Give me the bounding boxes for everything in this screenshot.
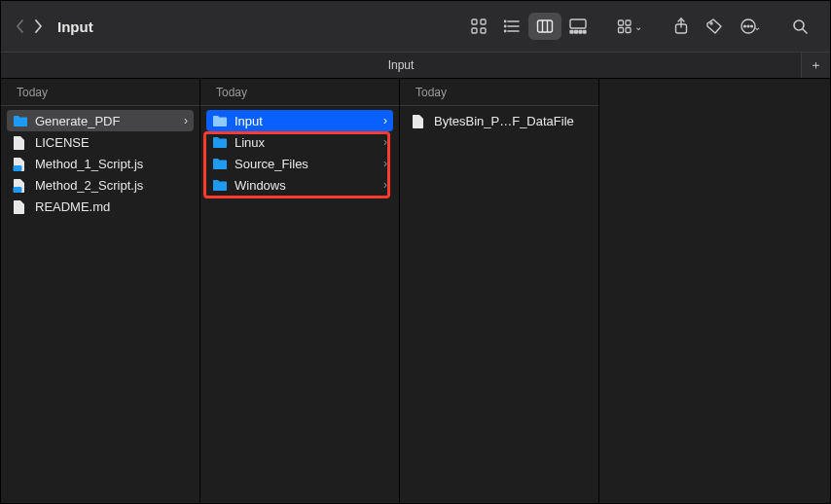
column-1: Today Generate_PDF › LICENSE Method_1_Sc…: [1, 79, 200, 504]
svg-rect-20: [619, 28, 624, 33]
view-gallery-button[interactable]: [561, 13, 595, 40]
list-item[interactable]: Input ›: [206, 110, 393, 131]
add-tab-button[interactable]: ＋: [801, 53, 830, 78]
svg-rect-1: [481, 19, 486, 24]
chevron-right-icon: ›: [184, 114, 188, 127]
item-label: README.md: [35, 199, 188, 214]
js-file-icon: [13, 178, 28, 192]
list-item[interactable]: LICENSE: [7, 131, 194, 153]
item-label: Generate_PDF: [35, 114, 177, 128]
search-button[interactable]: [783, 13, 816, 40]
column-header[interactable]: Today: [1, 79, 199, 106]
item-label: Method_1_Script.js: [35, 157, 188, 171]
svg-rect-15: [575, 31, 578, 34]
list-item[interactable]: Generate_PDF ›: [7, 110, 194, 131]
column-browser: Today Generate_PDF › LICENSE Method_1_Sc…: [1, 79, 830, 504]
action-menu-button[interactable]: ⌄: [731, 13, 770, 40]
svg-rect-30: [14, 165, 22, 171]
svg-rect-16: [579, 31, 582, 34]
file-icon: [13, 135, 28, 149]
svg-rect-19: [626, 20, 631, 25]
svg-rect-18: [619, 20, 624, 25]
item-label: Input: [235, 114, 377, 128]
file-icon: [13, 199, 28, 213]
view-icons-button[interactable]: [462, 13, 495, 40]
chevron-right-icon: ›: [383, 178, 387, 192]
list-item[interactable]: Windows ›: [206, 174, 393, 196]
list-item[interactable]: Linux ›: [206, 131, 393, 153]
column-3: Today BytesBin_P…F_DataFile: [400, 79, 599, 504]
list-item[interactable]: README.md: [7, 196, 194, 217]
chevron-right-icon: ›: [383, 157, 387, 170]
chevron-down-icon: ⌄: [753, 21, 761, 32]
item-label: Method_2_Script.js: [35, 178, 188, 193]
tab-bar: Input ＋: [1, 52, 830, 79]
tags-button[interactable]: [698, 13, 731, 40]
toolbar: Input ⌄ ⌄: [1, 1, 830, 52]
chevron-right-icon: ›: [383, 114, 387, 127]
folder-icon: [212, 178, 228, 192]
item-label: LICENSE: [35, 135, 188, 150]
window-title: Input: [57, 18, 93, 35]
svg-rect-21: [626, 28, 631, 33]
column-4: [599, 79, 830, 504]
column-header[interactable]: Today: [400, 79, 598, 106]
folder-icon: [212, 114, 228, 127]
svg-point-9: [505, 30, 506, 31]
chevron-right-icon: ›: [383, 135, 387, 149]
svg-line-29: [803, 29, 807, 33]
list-item[interactable]: Source_Files ›: [206, 153, 393, 174]
share-button[interactable]: [665, 13, 698, 40]
group-menu-button[interactable]: ⌄: [608, 13, 651, 40]
nav-forward-button[interactable]: [32, 18, 44, 34]
tab-input[interactable]: Input: [1, 53, 801, 78]
svg-point-25: [744, 25, 746, 27]
svg-rect-10: [538, 20, 553, 32]
folder-icon: [212, 157, 228, 170]
item-label: Windows: [235, 178, 377, 193]
view-list-button[interactable]: [495, 13, 528, 40]
svg-rect-13: [570, 19, 586, 28]
column-header[interactable]: Today: [200, 79, 399, 106]
tab-label: Input: [388, 58, 415, 72]
item-label: Linux: [235, 135, 377, 150]
chevron-down-icon: ⌄: [634, 21, 642, 32]
svg-rect-3: [481, 28, 486, 33]
folder-icon: [212, 135, 228, 149]
item-label: BytesBin_P…F_DataFile: [434, 114, 587, 128]
item-label: Source_Files: [235, 157, 377, 171]
nav-back-button[interactable]: [15, 18, 26, 34]
js-file-icon: [13, 157, 28, 170]
file-icon: [412, 114, 427, 127]
svg-rect-17: [584, 31, 587, 34]
svg-rect-14: [570, 31, 573, 34]
list-item[interactable]: BytesBin_P…F_DataFile: [406, 110, 593, 131]
svg-rect-0: [472, 19, 477, 24]
svg-point-26: [747, 25, 749, 27]
list-item[interactable]: Method_1_Script.js: [7, 153, 194, 174]
svg-point-7: [505, 20, 506, 21]
svg-point-23: [710, 22, 712, 24]
folder-icon: [13, 114, 28, 127]
svg-point-8: [505, 25, 506, 26]
svg-rect-31: [14, 187, 22, 193]
svg-rect-2: [472, 28, 477, 33]
view-columns-button[interactable]: [528, 13, 561, 40]
column-2: Today Input › Linux › Source_Files › Win…: [200, 79, 400, 504]
list-item[interactable]: Method_2_Script.js: [7, 174, 194, 196]
view-mode-group: [462, 13, 595, 40]
